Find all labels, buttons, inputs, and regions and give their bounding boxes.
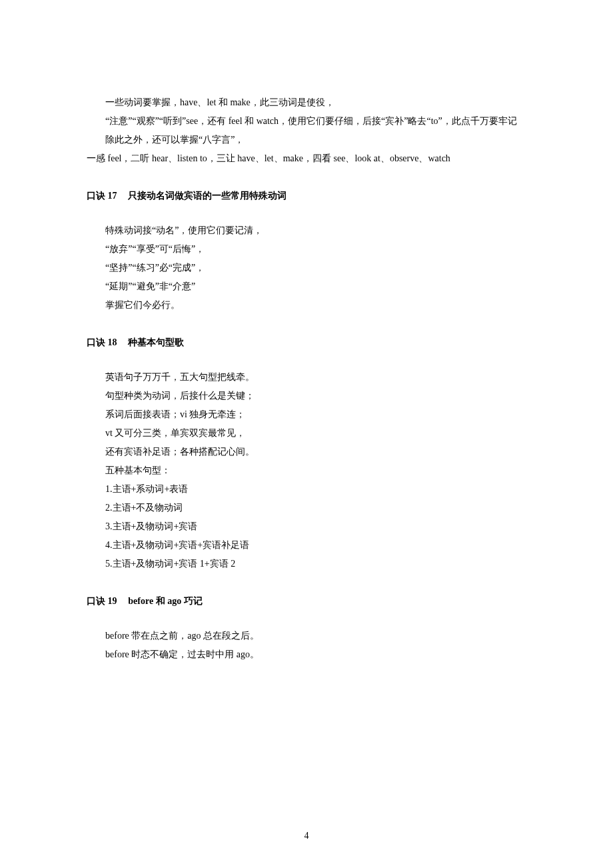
section-heading-18: 口诀 18种基本句型歌 xyxy=(87,333,526,352)
heading-number: 口诀 17 xyxy=(87,191,117,201)
page-number: 4 xyxy=(0,827,613,845)
body-text: 特殊动词接“动名”，使用它们要记清， xyxy=(87,221,526,240)
body-text: 一些动词要掌握，have、let 和 make，此三动词是使役， xyxy=(87,93,526,112)
body-text: “注意”“观察”“听到”see，还有 feel 和 watch，使用它们要仔细，… xyxy=(87,112,526,131)
list-item: 4.主语+及物动词+宾语+宾语补足语 xyxy=(87,536,526,555)
list-item: 1.主语+系动词+表语 xyxy=(87,480,526,499)
list-item: 3.主语+及物动词+宾语 xyxy=(87,517,526,536)
heading-title: 只接动名词做宾语的一些常用特殊动词 xyxy=(128,191,287,201)
body-text: 一感 feel，二听 hear、listen to，三让 have、let、ma… xyxy=(87,149,526,168)
body-text: before 时态不确定，过去时中用 ago。 xyxy=(87,645,526,664)
body-text: “放弃”“享受”可“后悔”， xyxy=(87,240,526,259)
heading-number: 口诀 18 xyxy=(87,337,117,347)
body-text: 英语句子万万千，五大句型把线牵。 xyxy=(87,368,526,387)
body-text: 五种基本句型： xyxy=(87,461,526,480)
heading-number: 口诀 19 xyxy=(87,596,117,606)
list-item: 2.主语+不及物动词 xyxy=(87,499,526,517)
body-text: 句型种类为动词，后接什么是关键； xyxy=(87,387,526,405)
body-text: 系词后面接表语；vi 独身无牵连； xyxy=(87,405,526,424)
list-item: 5.主语+及物动词+宾语 1+宾语 2 xyxy=(87,555,526,573)
body-text: 掌握它们今必行。 xyxy=(87,296,526,315)
document-page: 一些动词要掌握，have、let 和 make，此三动词是使役， “注意”“观察… xyxy=(0,0,613,868)
section-heading-19: 口诀 19before 和 ago 巧记 xyxy=(87,592,526,611)
body-text: “坚持”“练习”必“完成”， xyxy=(87,259,526,277)
body-text: vt 又可分三类，单宾双宾最常见， xyxy=(87,424,526,443)
heading-title: 种基本句型歌 xyxy=(128,337,184,347)
body-text: before 带在点之前，ago 总在段之后。 xyxy=(87,627,526,645)
body-text: “延期”“避免”非“介意” xyxy=(87,277,526,296)
body-text: 除此之外，还可以掌握“八字言”， xyxy=(87,131,526,149)
heading-title: before 和 ago 巧记 xyxy=(128,596,202,606)
body-text: 还有宾语补足语；各种搭配记心间。 xyxy=(87,443,526,461)
section-heading-17: 口诀 17只接动名词做宾语的一些常用特殊动词 xyxy=(87,187,526,205)
